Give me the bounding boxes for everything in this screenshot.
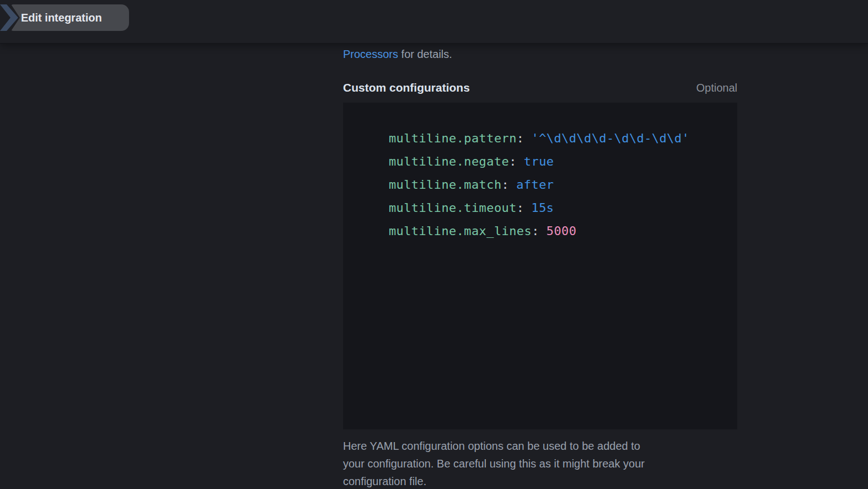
yaml-colon: : (532, 224, 539, 238)
breadcrumb: Edit integration (0, 4, 132, 31)
yaml-code-editor[interactable]: multiline.pattern:'^\d\d\d\d-\d\d-\d\d' … (343, 103, 737, 429)
yaml-key: multiline.negate (389, 155, 509, 168)
code-line: multiline.pattern:'^\d\d\d\d-\d\d-\d\d' (343, 104, 737, 127)
yaml-colon: : (509, 155, 517, 168)
optional-badge: Optional (696, 82, 738, 94)
yaml-colon: : (517, 131, 524, 145)
help-line: Here YAML configuration options can be u… (343, 437, 751, 455)
yaml-value: 15s (532, 201, 554, 215)
yaml-value: '^\d\d\d\d-\d\d-\d\d' (532, 131, 690, 145)
yaml-value: 5000 (546, 224, 577, 238)
edit-integration-page: Edit integration Processors for details.… (0, 0, 868, 489)
intro-rest-text: for details. (398, 48, 452, 60)
yaml-colon: : (517, 201, 524, 215)
yaml-key: multiline.pattern (389, 131, 517, 145)
help-line: configuration file. (343, 472, 751, 489)
custom-configurations-label: Custom configurations (343, 81, 470, 94)
help-line: your configuration. Be careful using thi… (343, 455, 751, 472)
yaml-key: multiline.max_lines (389, 224, 532, 238)
intro-text: Processors for details. (343, 46, 452, 62)
yaml-value: after (516, 178, 554, 192)
header-bar: Edit integration (0, 0, 868, 44)
yaml-key: multiline.match (389, 178, 502, 192)
processors-link[interactable]: Processors (343, 48, 398, 60)
yaml-colon: : (502, 178, 510, 192)
yaml-value: true (524, 155, 554, 168)
custom-configurations-field-row: Custom configurations Optional (343, 81, 737, 94)
breadcrumb-current-edit-integration[interactable]: Edit integration (11, 4, 129, 31)
field-help-text: Here YAML configuration options can be u… (343, 437, 751, 489)
yaml-key: multiline.timeout (389, 201, 517, 215)
